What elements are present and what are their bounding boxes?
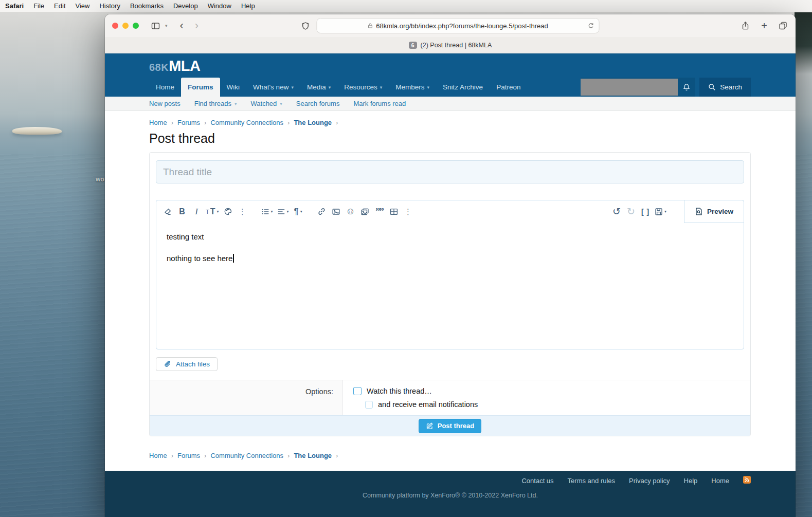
align-icon bbox=[277, 208, 285, 216]
email-notifications-label[interactable]: and receive email notifications bbox=[378, 400, 478, 409]
sidebar-toggle-button[interactable] bbox=[151, 22, 160, 30]
nav-item-whats-new[interactable]: What's new▾ bbox=[246, 78, 300, 97]
toggle-bbcode-button[interactable]: [ ] bbox=[638, 205, 653, 219]
bell-icon[interactable] bbox=[682, 83, 691, 91]
watch-thread-checkbox[interactable] bbox=[353, 387, 362, 395]
menubar-item-window[interactable]: Window bbox=[208, 2, 231, 10]
breadcrumb-the-lounge[interactable]: The Lounge bbox=[294, 452, 332, 459]
breadcrumb-the-lounge[interactable]: The Lounge bbox=[294, 119, 332, 126]
search-button[interactable]: Search bbox=[699, 78, 751, 97]
subnav-watched[interactable]: Watched▾ bbox=[251, 100, 282, 107]
minimize-window-button[interactable] bbox=[122, 23, 129, 29]
zoom-window-button[interactable] bbox=[133, 23, 139, 29]
back-button[interactable]: ‹ bbox=[180, 20, 184, 31]
nav-item-patreon[interactable]: Patreon bbox=[490, 78, 527, 97]
palette-icon bbox=[224, 207, 232, 216]
rss-button[interactable] bbox=[743, 476, 751, 485]
editor-line: nothing to see here bbox=[167, 253, 733, 264]
attach-files-label: Attach files bbox=[176, 360, 210, 368]
subnav-find-threads[interactable]: Find threads▾ bbox=[194, 100, 237, 107]
search-icon bbox=[708, 83, 716, 91]
menubar-item-bookmarks[interactable]: Bookmarks bbox=[130, 2, 164, 10]
nav-item-members[interactable]: Members▾ bbox=[389, 78, 436, 97]
reload-icon[interactable] bbox=[587, 23, 594, 29]
address-bar[interactable]: 68kmla.org/bb/index.php?forums/the-loung… bbox=[316, 18, 599, 33]
thread-title-input[interactable] bbox=[156, 160, 744, 183]
footer-privacy-policy[interactable]: Privacy policy bbox=[629, 477, 670, 485]
menubar-item-help[interactable]: Help bbox=[241, 2, 255, 10]
tab-bar[interactable]: 6 (2) Post thread | 68kMLA bbox=[105, 37, 796, 53]
nav-item-media[interactable]: Media▾ bbox=[300, 78, 337, 97]
breadcrumb-home[interactable]: Home bbox=[149, 452, 167, 459]
insert-gallery-button[interactable] bbox=[358, 205, 372, 219]
menubar-item-view[interactable]: View bbox=[76, 2, 90, 10]
menubar-item-safari[interactable]: Safari bbox=[5, 2, 24, 10]
footer-help[interactable]: Help bbox=[684, 477, 698, 485]
breadcrumb-forums[interactable]: Forums bbox=[177, 119, 200, 126]
ellipsis-vertical-icon: ⋮ bbox=[404, 207, 412, 216]
menubar-item-file[interactable]: File bbox=[33, 2, 44, 10]
footer-contact-us[interactable]: Contact us bbox=[521, 477, 553, 485]
nav-item-home[interactable]: Home bbox=[149, 78, 181, 97]
undo-button[interactable]: ↺ bbox=[609, 205, 624, 219]
subnav-new-posts[interactable]: New posts bbox=[149, 100, 181, 107]
header-account-area: Search bbox=[581, 78, 751, 97]
alignment-button[interactable]: ▾ bbox=[275, 205, 291, 219]
privacy-shield-icon[interactable] bbox=[301, 22, 309, 30]
breadcrumb-forums[interactable]: Forums bbox=[177, 452, 200, 459]
footer-home[interactable]: Home bbox=[711, 477, 729, 485]
insert-link-button[interactable] bbox=[315, 205, 329, 219]
link-icon bbox=[317, 207, 326, 216]
forward-button[interactable]: › bbox=[195, 20, 199, 31]
tab-overview-button[interactable] bbox=[779, 22, 787, 30]
nav-item-forums[interactable]: Forums bbox=[181, 78, 220, 97]
menubar-item-history[interactable]: History bbox=[99, 2, 120, 10]
pilcrow-icon: ¶ bbox=[294, 207, 298, 217]
breadcrumb-home[interactable]: Home bbox=[149, 119, 167, 126]
more-format-options-button[interactable]: ⋮ bbox=[236, 205, 250, 219]
more-insert-options-button[interactable]: ⋮ bbox=[401, 205, 416, 219]
account-menu[interactable] bbox=[581, 78, 695, 97]
email-notifications-checkbox[interactable] bbox=[365, 401, 373, 409]
breadcrumb-community-connections[interactable]: Community Connections bbox=[210, 452, 283, 459]
footer-terms-and-rules[interactable]: Terms and rules bbox=[568, 477, 615, 485]
drafts-button[interactable]: ▾ bbox=[653, 205, 669, 219]
insert-table-button[interactable] bbox=[387, 205, 401, 219]
paperclip-icon bbox=[164, 360, 171, 368]
site-logo[interactable]: 68K MLA bbox=[149, 58, 201, 75]
list-button[interactable]: ▾ bbox=[259, 205, 275, 219]
text-size-button[interactable]: TT▾ bbox=[204, 205, 221, 219]
text-color-button[interactable] bbox=[221, 205, 236, 219]
new-tab-button[interactable]: + bbox=[761, 20, 767, 32]
editor-body[interactable]: testing text nothing to see here bbox=[156, 223, 744, 349]
url-text: 68kmla.org/bb/index.php?forums/the-loung… bbox=[376, 22, 548, 30]
attach-files-button[interactable]: Attach files bbox=[156, 357, 218, 371]
watch-thread-label[interactable]: Watch this thread… bbox=[367, 387, 432, 395]
remove-format-button[interactable] bbox=[160, 205, 175, 219]
nav-item-resources[interactable]: Resources▾ bbox=[337, 78, 389, 97]
nav-item-snitz-archive[interactable]: Snitz Archive bbox=[436, 78, 490, 97]
post-thread-button[interactable]: Post thread bbox=[419, 419, 482, 433]
insert-image-button[interactable] bbox=[329, 205, 344, 219]
breadcrumb-separator-icon: › bbox=[336, 119, 338, 126]
nav-item-wiki[interactable]: Wiki bbox=[220, 78, 247, 97]
smiley-icon: ☺ bbox=[346, 206, 355, 217]
subnav-mark-forums-read[interactable]: Mark forums read bbox=[353, 100, 406, 107]
subnav-search-forums[interactable]: Search forums bbox=[296, 100, 340, 107]
menubar-item-develop[interactable]: Develop bbox=[173, 2, 198, 10]
close-window-button[interactable] bbox=[112, 23, 118, 29]
tab-title: (2) Post thread | 68kMLA bbox=[421, 42, 492, 49]
menubar-item-edit[interactable]: Edit bbox=[54, 2, 65, 10]
share-button[interactable] bbox=[741, 21, 750, 30]
preview-button[interactable]: Preview bbox=[684, 200, 744, 223]
sidebar-chevron-icon[interactable]: ▾ bbox=[165, 23, 168, 28]
bold-button[interactable]: B bbox=[175, 205, 189, 219]
redo-button[interactable]: ↻ bbox=[624, 205, 638, 219]
text-caret bbox=[233, 254, 234, 263]
insert-quote-button[interactable]: ”” bbox=[372, 205, 387, 219]
paragraph-format-button[interactable]: ¶▾ bbox=[291, 205, 305, 219]
insert-smilie-button[interactable]: ☺ bbox=[344, 205, 358, 219]
italic-button[interactable]: I bbox=[189, 205, 204, 219]
chevron-down-icon: ▾ bbox=[287, 209, 289, 214]
breadcrumb-community-connections[interactable]: Community Connections bbox=[210, 119, 283, 126]
